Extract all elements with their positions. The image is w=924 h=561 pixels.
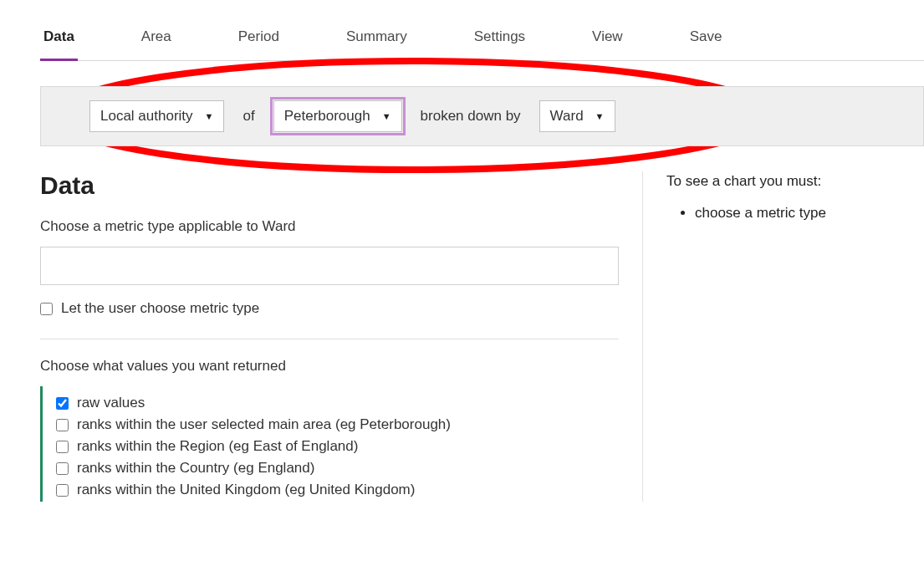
value-option-label: raw values <box>77 395 145 411</box>
chevron-down-icon: ▼ <box>595 111 605 121</box>
area-value: Peterborough <box>284 108 370 125</box>
value-option-label: ranks within the Region (eg East of Engl… <box>77 438 358 455</box>
filter-bar-wrap: Local authority ▼ of Peterborough ▼ brok… <box>40 86 924 146</box>
chart-hint-list: choose a metric type <box>666 203 924 223</box>
breakdown-select[interactable]: Ward ▼ <box>539 100 615 132</box>
values-block: raw values ranks within the user selecte… <box>40 386 619 502</box>
tab-bar: Data Area Period Summary Settings View S… <box>40 28 924 61</box>
page-root: Data Area Period Summary Settings View S… <box>0 28 924 561</box>
chevron-down-icon: ▼ <box>205 111 214 121</box>
tab-view[interactable]: View <box>589 28 626 61</box>
divider <box>40 339 619 339</box>
metric-prompt: Choose a metric type applicable to Ward <box>40 218 619 235</box>
tab-summary[interactable]: Summary <box>343 28 411 61</box>
value-option-label: ranks within the United Kingdom (eg Unit… <box>77 482 415 498</box>
filter-bar: Local authority ▼ of Peterborough ▼ brok… <box>40 86 924 146</box>
content-columns: Data Choose a metric type applicable to … <box>40 171 924 502</box>
user-choose-metric-row[interactable]: Let the user choose metric type <box>40 300 619 317</box>
tab-period[interactable]: Period <box>235 28 283 61</box>
breakdown-value: Ward <box>550 108 584 125</box>
value-option-row[interactable]: ranks within the Country (eg England) <box>56 460 619 477</box>
value-option-checkbox[interactable] <box>56 397 69 410</box>
value-option-row[interactable]: ranks within the Region (eg East of Engl… <box>56 438 619 455</box>
tab-data[interactable]: Data <box>40 28 78 61</box>
values-prompt: Choose what values you want returned <box>40 358 619 375</box>
user-choose-metric-label: Let the user choose metric type <box>61 300 259 317</box>
value-option-row[interactable]: raw values <box>56 395 619 411</box>
value-option-label: ranks within the user selected main area… <box>77 416 451 433</box>
value-option-checkbox[interactable] <box>56 419 69 431</box>
chevron-down-icon: ▼ <box>382 111 391 121</box>
tab-save[interactable]: Save <box>687 28 726 61</box>
tab-area[interactable]: Area <box>138 28 175 61</box>
section-title: Data <box>40 171 619 200</box>
left-column: Data Choose a metric type applicable to … <box>40 171 642 502</box>
chart-hint-item: choose a metric type <box>695 203 924 223</box>
metric-type-input[interactable] <box>40 247 619 285</box>
value-option-checkbox[interactable] <box>56 441 69 453</box>
value-option-checkbox[interactable] <box>56 484 69 497</box>
tab-settings[interactable]: Settings <box>471 28 528 61</box>
user-choose-metric-checkbox[interactable] <box>40 303 53 315</box>
geography-type-select[interactable]: Local authority ▼ <box>89 100 224 132</box>
geography-type-value: Local authority <box>100 108 193 125</box>
broken-down-by-word: broken down by <box>402 108 539 125</box>
of-word: of <box>224 108 273 125</box>
chart-hint-title: To see a chart you must: <box>666 173 924 190</box>
right-column: To see a chart you must: choose a metric… <box>642 171 924 502</box>
value-option-label: ranks within the Country (eg England) <box>77 460 314 477</box>
area-select[interactable]: Peterborough ▼ <box>273 100 402 132</box>
value-option-checkbox[interactable] <box>56 462 69 475</box>
value-option-row[interactable]: ranks within the United Kingdom (eg Unit… <box>56 482 619 498</box>
value-option-row[interactable]: ranks within the user selected main area… <box>56 416 619 433</box>
